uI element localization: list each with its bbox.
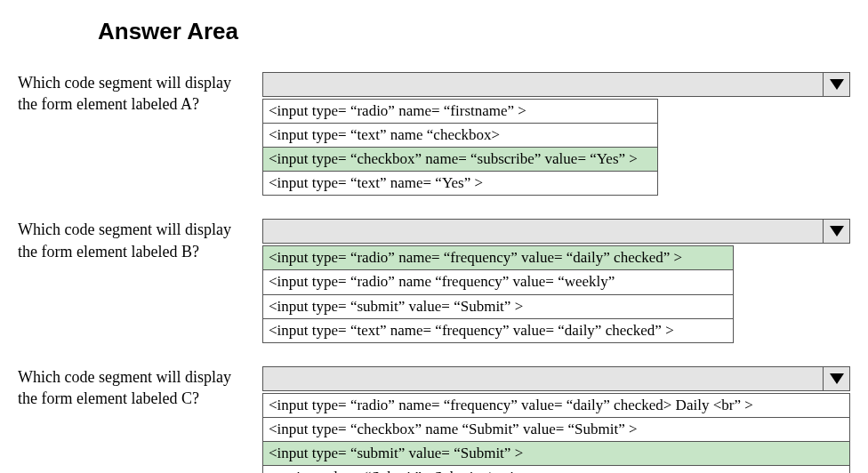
option-text: <input type= “text” name= “Yes” >: [263, 172, 658, 196]
page-title: Answer Area: [98, 18, 850, 45]
options-table: <input type= “radio” name= “firstname” >…: [262, 99, 658, 196]
dropdown-toggle-button[interactable]: [823, 367, 849, 390]
option-text: <input type= “text” name “checkbox>: [263, 124, 658, 148]
option-row[interactable]: <input type= “checkbox” name “Submit” va…: [263, 417, 850, 441]
question-prompt: Which code segment will display the form…: [18, 366, 262, 410]
question-row: Which code segment will display the form…: [18, 72, 850, 196]
dropdown-bar[interactable]: [262, 72, 850, 97]
option-row[interactable]: <input type= “radio” name= “firstname” >: [263, 100, 658, 124]
chevron-down-icon: [830, 373, 844, 384]
options-table: <input type= “radio” name= “frequency” v…: [262, 245, 734, 342]
answer-area: <input type= “radio” name= “frequency” v…: [262, 366, 850, 473]
option-text: <option value= “Submit”> Submit</option …: [263, 466, 850, 473]
dropdown-bar[interactable]: [262, 366, 850, 391]
option-text: <input type= “radio” name= “firstname” >: [263, 100, 658, 124]
question-row: Which code segment will display the form…: [18, 366, 850, 473]
option-text: <input type= “radio” name “frequency” va…: [263, 270, 734, 294]
option-row[interactable]: <input type= “radio” name= “frequency” v…: [263, 393, 850, 417]
option-row[interactable]: <input type= “text” name= “frequency” va…: [263, 318, 734, 342]
chevron-down-icon: [830, 226, 844, 236]
option-row[interactable]: <input type= “submit” value= “Submit” >: [263, 441, 850, 465]
answer-area: <input type= “radio” name= “firstname” >…: [262, 72, 850, 196]
options-table: <input type= “radio” name= “frequency” v…: [262, 393, 850, 473]
dropdown-toggle-button[interactable]: [823, 73, 849, 96]
option-row[interactable]: <input type= “text” name= “Yes” >: [263, 172, 658, 196]
option-row[interactable]: <option value= “Submit”> Submit</option …: [263, 466, 850, 473]
option-text: <input type= “checkbox” name “Submit” va…: [263, 417, 850, 441]
option-row[interactable]: <input type= “submit” value= “Submit” >: [263, 294, 734, 318]
dropdown-toggle-button[interactable]: [823, 220, 849, 243]
question-prompt: Which code segment will display the form…: [18, 219, 262, 262]
option-row[interactable]: <input type= “text” name “checkbox>: [263, 124, 658, 148]
option-text: <input type= “text” name= “frequency” va…: [263, 318, 734, 342]
option-row[interactable]: <input type= “radio” name “frequency” va…: [263, 270, 734, 294]
option-text: <input type= “submit” value= “Submit” >: [263, 294, 734, 318]
option-text: <input type= “radio” name= “frequency” v…: [263, 246, 734, 270]
option-row[interactable]: <input type= “checkbox” name= “subscribe…: [263, 148, 658, 172]
option-text: <input type= “radio” name= “frequency” v…: [263, 393, 850, 417]
option-row[interactable]: <input type= “radio” name= “frequency” v…: [263, 246, 734, 270]
option-text: <input type= “checkbox” name= “subscribe…: [263, 148, 658, 172]
option-text: <input type= “submit” value= “Submit” >: [263, 441, 850, 465]
dropdown-bar[interactable]: [262, 219, 850, 244]
question-prompt: Which code segment will display the form…: [18, 72, 262, 116]
question-row: Which code segment will display the form…: [18, 219, 850, 342]
answer-area: <input type= “radio” name= “frequency” v…: [262, 219, 850, 342]
chevron-down-icon: [830, 79, 844, 90]
